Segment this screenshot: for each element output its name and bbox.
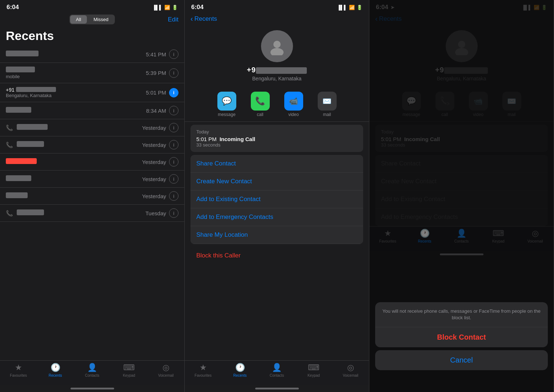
tab-keypad[interactable]: ⌨ Keypad [111,363,147,377]
call-history-section: Today 5:01 PM Incoming Call 33 seconds [190,125,363,152]
edit-button[interactable]: Edit [164,16,178,23]
favourites-icon: ★ [15,363,22,372]
list-item[interactable]: 📞 Tuesday i [0,205,184,222]
list-item[interactable]: +91 Bengaluru, Karnataka 5:01 PM i [0,83,184,102]
tab-favourites-label: Favourites [10,373,27,377]
video-label: video [288,112,299,117]
message-button[interactable]: 💬 message [212,92,241,117]
home-bar [71,388,114,389]
battery-icon: 🔋 [357,5,362,10]
call-icon: 📞 [6,210,12,217]
favourites-icon-2: ★ [200,363,207,372]
signal-icon: ▐▌▌ [152,5,162,10]
status-icons-1: ▐▌▌ 📶 🔋 [152,5,178,10]
list-item[interactable]: 8:34 AM i [0,102,184,119]
info-button[interactable]: i [169,123,178,132]
contact-number: +9 [247,66,307,74]
mail-icon-bg: ✉️ [318,92,337,111]
emergency-contact-button[interactable]: Add to Emergency Contacts [190,208,363,226]
call-button[interactable]: 📞 call [246,92,275,117]
tab-recents[interactable]: 🕐 Recents [37,363,73,377]
list-item[interactable]: Yesterday i [0,171,184,188]
info-button[interactable]: i [169,208,178,218]
home-indicator [0,385,184,392]
tab-favourites-label-2: Favourites [194,373,212,377]
info-button-active[interactable]: i [169,88,178,97]
screen-block-confirm: 6:04 ➤ ▐▌▌ 📶 🔋 ‹ Recents [369,0,554,392]
cancel-button[interactable]: Cancel [375,350,548,370]
recents-icon: 🕐 [51,363,60,372]
status-bar-2: 6:04 ▐▌▌ 📶 🔋 [185,0,369,13]
info-button[interactable]: i [169,174,178,184]
keypad-icon-2: ⌨ [308,363,320,372]
list-item[interactable]: mobile 5:39 PM i [0,63,184,83]
share-location-button[interactable]: Share My Location [190,226,363,244]
tab-voicemail[interactable]: ◎ Voicemail [148,363,184,377]
status-icons-2: ▐▌▌ 📶 🔋 [337,5,362,10]
tab-recents-label-2: Recents [233,373,247,377]
info-button[interactable]: i [169,106,178,115]
tab-voicemail-2[interactable]: ◎ Voicemail [332,363,369,377]
nav-bar-recents: All Missed Edit [0,13,184,27]
svg-point-1 [270,48,284,55]
tab-voicemail-label: Voicemail [158,373,174,377]
create-contact-button[interactable]: Create New Contact [190,173,363,191]
tab-contacts[interactable]: 👤 Contacts [74,363,111,377]
info-button[interactable]: i [169,68,178,78]
tab-contacts-label-2: Contacts [270,373,284,377]
tab-keypad-2[interactable]: ⌨ Keypad [295,363,332,377]
contact-location: Bengaluru, Karnataka [252,76,301,81]
recent-list: 5:41 PM i mobile 5:39 PM i +91 Bengaluru… [0,46,184,360]
tab-favourites-2[interactable]: ★ Favourites [185,363,221,377]
call-info: 5:01 PM Incoming Call [196,136,357,142]
info-button[interactable]: i [169,140,178,149]
tab-keypad-label-2: Keypad [308,373,320,377]
call-history-row: Today 5:01 PM Incoming Call 33 seconds [190,125,363,152]
back-button[interactable]: ‹ Recents [190,15,217,23]
message-icon-bg: 💬 [217,92,236,111]
block-caller-button[interactable]: Block this Caller [190,247,363,264]
video-icon-bg: 📹 [284,92,303,111]
home-bar-2 [255,388,299,389]
list-item[interactable]: 📞 Yesterday i [0,119,184,136]
home-indicator-2 [185,385,369,392]
info-button[interactable]: i [169,49,178,59]
tab-favourites[interactable]: ★ Favourites [0,363,37,377]
voicemail-icon-2: ◎ [347,363,354,372]
tab-contacts-2[interactable]: 👤 Contacts [258,363,295,377]
tab-contacts-label: Contacts [85,373,99,377]
video-icon: 📹 [289,97,298,105]
svg-point-0 [273,41,281,48]
mail-button[interactable]: ✉️ mail [313,92,342,117]
video-button[interactable]: 📹 video [279,92,308,117]
mail-icon: ✉️ [322,97,332,105]
call-time: 5:01 PM [196,136,217,142]
call-duration: 33 seconds [196,142,357,148]
list-item[interactable]: 5:41 PM i [0,46,184,63]
seg-all[interactable]: All [70,15,87,24]
call-label: call [257,112,263,117]
status-bar-1: 6:04 ▐▌▌ 📶 🔋 [0,0,184,13]
contact-menu: Share Contact Create New Contact Add to … [185,155,369,360]
info-button[interactable]: i [169,157,178,167]
info-button[interactable]: i [169,191,178,201]
tab-recents-2[interactable]: 🕐 Recents [221,363,258,377]
action-sheet-main: You will not receive phone calls, messag… [375,302,548,347]
status-time-2: 6:04 [191,4,204,11]
wifi-icon: 📶 [349,5,355,10]
add-existing-button[interactable]: Add to Existing Contact [190,191,363,208]
avatar [261,30,293,62]
share-contact-button[interactable]: Share Contact [190,155,363,173]
list-item[interactable]: 📞 Yesterday i [0,136,184,153]
call-icon: 📞 [6,141,12,148]
action-sheet-description: You will not receive phone calls, messag… [375,302,548,327]
block-contact-button[interactable]: Block Contact [375,327,548,347]
keypad-icon: ⌨ [123,363,135,372]
tab-recents-label: Recents [49,373,62,377]
mail-label: mail [323,112,331,117]
segment-control[interactable]: All Missed [69,15,115,24]
list-item[interactable]: Yesterday i [0,188,184,205]
seg-missed[interactable]: Missed [88,15,114,24]
signal-icon: ▐▌▌ [337,5,347,10]
list-item[interactable]: Yesterday i [0,153,184,171]
